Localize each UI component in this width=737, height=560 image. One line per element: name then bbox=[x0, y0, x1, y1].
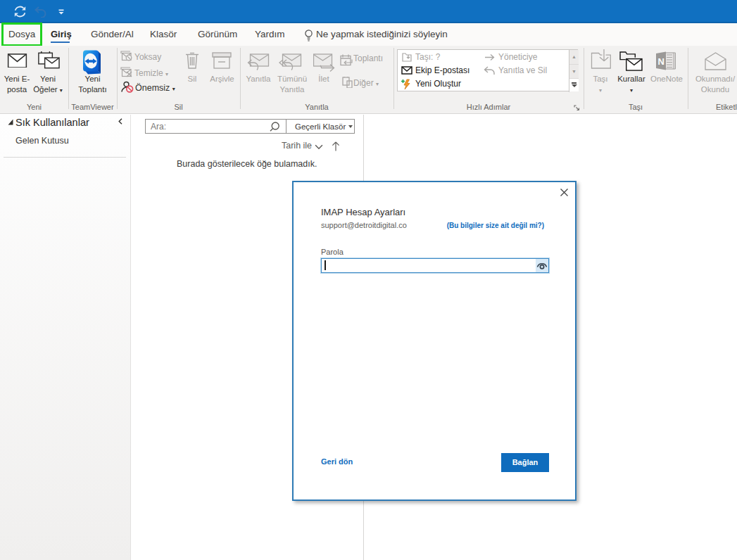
svg-text:N: N bbox=[658, 56, 664, 67]
